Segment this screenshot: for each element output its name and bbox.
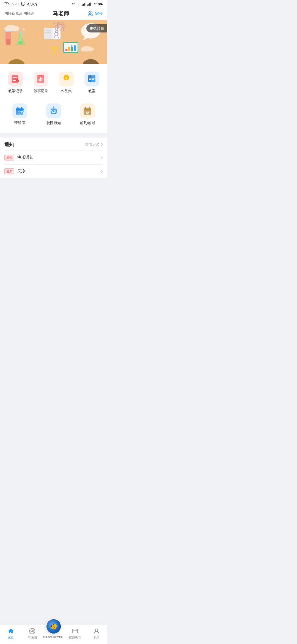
svg-rect-62	[41, 79, 42, 81]
svg-rect-15	[44, 28, 52, 39]
svg-point-22	[59, 26, 62, 28]
svg-rect-59	[38, 75, 42, 76]
user-switch-icon	[87, 11, 94, 17]
svg-rect-8	[90, 2, 91, 6]
svg-rect-61	[40, 78, 41, 81]
section-divider	[0, 135, 107, 138]
svg-rect-4	[85, 2, 86, 6]
svg-point-92	[52, 110, 53, 111]
svg-point-45	[87, 47, 94, 51]
lesson-plan-button[interactable]: 教案	[79, 69, 105, 96]
svg-rect-94	[52, 112, 56, 113]
svg-rect-27	[6, 39, 10, 45]
quick-actions-row2: 请销假 校园通知	[0, 99, 107, 135]
svg-text:!: !	[70, 43, 73, 53]
sign-in-out-icon	[80, 103, 95, 118]
network-speed: 4.5K/s	[27, 2, 37, 6]
alarm-icon	[21, 2, 25, 6]
svg-rect-98	[89, 107, 90, 109]
incidents-record-label: 轶事记录	[34, 89, 48, 94]
leave-request-button[interactable]: 请销假	[3, 101, 37, 128]
campus-notice-button[interactable]: 校园通知	[37, 101, 70, 128]
notification-item-1[interactable]: 通知 快乐通知	[4, 151, 103, 165]
notification-text-1: 快乐通知	[17, 155, 98, 160]
svg-rect-97	[85, 107, 86, 109]
svg-rect-2	[83, 4, 84, 6]
signal-icon-1	[82, 2, 86, 6]
svg-point-93	[54, 110, 55, 111]
svg-rect-81	[21, 107, 22, 109]
svg-text:?: ?	[51, 44, 57, 56]
svg-text:★: ★	[65, 77, 68, 80]
teacher-name: 马老师	[53, 10, 69, 17]
incidents-record-button[interactable]: 轶事记录	[28, 69, 54, 96]
lesson-plan-icon	[84, 72, 99, 86]
view-more-label: 查看更多	[85, 142, 100, 147]
svg-rect-80	[17, 107, 18, 109]
view-more-button[interactable]: 查看更多	[85, 142, 103, 147]
status-right: 46	[71, 2, 103, 6]
portfolio-button[interactable]: ★ 作品集	[54, 69, 79, 96]
banner: ? ! ✦ ✦ ✦ ✦ 更换封面	[0, 20, 107, 64]
teaching-record-button[interactable]: 教学记录	[3, 69, 28, 96]
role-label: 家长	[95, 11, 103, 16]
content-spacer	[0, 178, 107, 233]
svg-rect-5	[87, 5, 88, 6]
sign-in-out-button[interactable]: 签到/签退	[71, 101, 105, 128]
notifications-title: 通知	[4, 141, 14, 148]
incidents-record-icon	[34, 72, 48, 86]
notification-badge-2: 通知	[4, 168, 14, 174]
status-bar: 下午5:20 4.5K/s	[0, 0, 107, 8]
svg-rect-36	[68, 47, 70, 51]
svg-point-46	[81, 47, 86, 51]
wifi-icon	[71, 2, 75, 6]
status-left: 下午5:20 4.5K/s	[4, 2, 37, 7]
quick-actions-row1: 教学记录 轶事记录	[0, 64, 107, 99]
status-time: 下午5:20	[4, 2, 18, 7]
teaching-record-label: 教学记录	[8, 89, 23, 94]
leave-request-label: 请销假	[14, 121, 25, 125]
notification-arrow-1	[101, 156, 103, 160]
change-cover-button[interactable]: 更换封面	[86, 24, 107, 32]
notification-text-2: 天冷	[17, 169, 98, 174]
svg-point-42	[11, 26, 19, 31]
svg-text:✦: ✦	[85, 33, 89, 37]
svg-rect-3	[84, 3, 84, 6]
header: 测试幼儿园 测试班 马老师 家长	[0, 8, 107, 20]
role-switch[interactable]: 家长	[87, 11, 103, 17]
wifi-icon-2	[93, 2, 97, 6]
svg-point-64	[40, 77, 41, 78]
svg-point-89	[53, 107, 54, 108]
campus-notice-icon	[46, 103, 61, 118]
svg-text:✦: ✦	[38, 36, 41, 40]
svg-point-30	[18, 41, 23, 44]
portfolio-label: 作品集	[61, 89, 72, 94]
svg-point-65	[41, 78, 42, 79]
svg-rect-96	[84, 109, 91, 110]
notification-item-2[interactable]: 通知 天冷	[4, 165, 103, 178]
teaching-record-icon	[8, 72, 23, 86]
leave-request-icon	[12, 103, 27, 118]
svg-rect-35	[65, 49, 67, 51]
chevron-right-icon	[101, 143, 103, 147]
svg-rect-6	[89, 4, 89, 6]
sign-in-out-label: 签到/签退	[80, 121, 95, 125]
school-info: 测试幼儿园 测试班	[4, 11, 34, 16]
svg-text:✦: ✦	[22, 27, 26, 32]
battery-icon: 46	[98, 2, 103, 6]
svg-rect-79	[16, 109, 23, 110]
svg-point-52	[82, 59, 99, 64]
svg-rect-38	[74, 45, 76, 51]
bluetooth-icon	[76, 2, 81, 6]
notifications-section: 通知 查看更多 通知 快乐通知 通知 天冷	[0, 138, 107, 178]
notification-arrow-2	[101, 170, 103, 173]
notification-badge-1: 通知	[4, 155, 14, 160]
notifications-header: 通知 查看更多	[4, 138, 103, 151]
svg-rect-1	[82, 5, 82, 6]
svg-point-63	[38, 79, 40, 80]
svg-point-13	[89, 11, 91, 13]
svg-point-43	[4, 26, 11, 31]
svg-rect-7	[89, 3, 90, 6]
svg-text:46: 46	[100, 4, 101, 5]
lesson-plan-label: 教案	[88, 89, 95, 94]
